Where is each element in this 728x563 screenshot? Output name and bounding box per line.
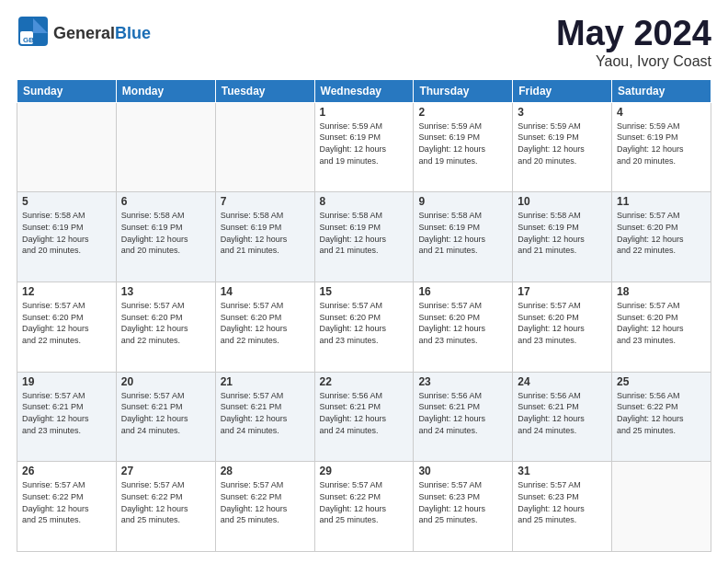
day-info: Sunrise: 5:58 AM Sunset: 6:19 PM Dayligh…	[22, 210, 111, 256]
day-info: Sunrise: 5:57 AM Sunset: 6:22 PM Dayligh…	[320, 479, 409, 525]
calendar-cell: 28Sunrise: 5:57 AM Sunset: 6:22 PM Dayli…	[215, 462, 314, 552]
calendar-cell	[17, 102, 117, 192]
title-area: May 2024 Yaou, Ivory Coast	[556, 15, 711, 70]
location-title: Yaou, Ivory Coast	[556, 53, 711, 70]
day-number: 7	[221, 195, 310, 208]
calendar-cell: 10Sunrise: 5:58 AM Sunset: 6:19 PM Dayli…	[513, 192, 612, 282]
day-info: Sunrise: 5:59 AM Sunset: 6:19 PM Dayligh…	[320, 121, 409, 167]
day-info: Sunrise: 5:58 AM Sunset: 6:19 PM Dayligh…	[320, 210, 409, 256]
day-number: 23	[418, 375, 507, 388]
calendar-cell: 5Sunrise: 5:58 AM Sunset: 6:19 PM Daylig…	[17, 192, 117, 282]
day-number: 29	[320, 465, 409, 477]
week-row-4: 19Sunrise: 5:57 AM Sunset: 6:21 PM Dayli…	[17, 372, 711, 462]
calendar-cell: 7Sunrise: 5:58 AM Sunset: 6:19 PM Daylig…	[215, 192, 314, 282]
day-number: 2	[418, 106, 507, 119]
header-sunday: Sunday	[17, 79, 117, 102]
week-row-2: 5Sunrise: 5:58 AM Sunset: 6:19 PM Daylig…	[17, 192, 711, 282]
header-tuesday: Tuesday	[215, 79, 314, 102]
day-number: 6	[121, 195, 210, 208]
day-number: 16	[418, 285, 507, 298]
day-info: Sunrise: 5:57 AM Sunset: 6:20 PM Dayligh…	[518, 300, 607, 346]
day-info: Sunrise: 5:57 AM Sunset: 6:22 PM Dayligh…	[221, 479, 310, 525]
header: GB GeneralBlue May 2024 Yaou, Ivory Coas…	[17, 15, 711, 70]
calendar-cell: 2Sunrise: 5:59 AM Sunset: 6:19 PM Daylig…	[414, 102, 513, 192]
day-info: Sunrise: 5:57 AM Sunset: 6:20 PM Dayligh…	[22, 300, 111, 346]
logo-blue: Blue	[115, 24, 151, 42]
calendar-cell: 27Sunrise: 5:57 AM Sunset: 6:22 PM Dayli…	[116, 462, 215, 552]
calendar-cell: 21Sunrise: 5:57 AM Sunset: 6:21 PM Dayli…	[215, 372, 314, 462]
calendar-cell: 14Sunrise: 5:57 AM Sunset: 6:20 PM Dayli…	[215, 282, 314, 373]
calendar-cell: 23Sunrise: 5:56 AM Sunset: 6:21 PM Dayli…	[414, 372, 513, 462]
day-number: 12	[22, 285, 111, 298]
calendar-cell: 20Sunrise: 5:57 AM Sunset: 6:21 PM Dayli…	[116, 372, 215, 462]
day-info: Sunrise: 5:59 AM Sunset: 6:19 PM Dayligh…	[418, 121, 507, 167]
day-number: 4	[617, 106, 706, 119]
day-info: Sunrise: 5:57 AM Sunset: 6:20 PM Dayligh…	[617, 300, 706, 346]
day-number: 11	[617, 195, 706, 208]
day-number: 24	[518, 375, 607, 388]
day-number: 3	[518, 106, 607, 119]
logo-text: GeneralBlue	[53, 24, 151, 43]
calendar-cell: 31Sunrise: 5:57 AM Sunset: 6:23 PM Dayli…	[513, 462, 612, 552]
day-info: Sunrise: 5:57 AM Sunset: 6:20 PM Dayligh…	[418, 300, 507, 346]
day-info: Sunrise: 5:59 AM Sunset: 6:19 PM Dayligh…	[518, 121, 607, 167]
day-info: Sunrise: 5:57 AM Sunset: 6:21 PM Dayligh…	[22, 390, 111, 436]
calendar-cell: 11Sunrise: 5:57 AM Sunset: 6:20 PM Dayli…	[612, 192, 711, 282]
calendar-cell: 4Sunrise: 5:59 AM Sunset: 6:19 PM Daylig…	[612, 102, 711, 192]
calendar-cell: 16Sunrise: 5:57 AM Sunset: 6:20 PM Dayli…	[414, 282, 513, 373]
day-number: 31	[518, 465, 607, 477]
calendar-cell: 15Sunrise: 5:57 AM Sunset: 6:20 PM Dayli…	[314, 282, 414, 373]
day-number: 25	[617, 375, 706, 388]
calendar-cell	[116, 102, 215, 192]
day-number: 14	[221, 285, 310, 298]
day-info: Sunrise: 5:57 AM Sunset: 6:20 PM Dayligh…	[320, 300, 409, 346]
day-info: Sunrise: 5:57 AM Sunset: 6:23 PM Dayligh…	[418, 479, 507, 525]
day-number: 27	[121, 465, 210, 477]
day-number: 9	[418, 195, 507, 208]
calendar-cell: 1Sunrise: 5:59 AM Sunset: 6:19 PM Daylig…	[314, 102, 414, 192]
day-number: 17	[518, 285, 607, 298]
day-number: 8	[320, 195, 409, 208]
day-number: 10	[518, 195, 607, 208]
calendar-cell: 13Sunrise: 5:57 AM Sunset: 6:20 PM Dayli…	[116, 282, 215, 373]
day-info: Sunrise: 5:56 AM Sunset: 6:22 PM Dayligh…	[617, 390, 706, 436]
day-info: Sunrise: 5:56 AM Sunset: 6:21 PM Dayligh…	[320, 390, 409, 436]
day-info: Sunrise: 5:56 AM Sunset: 6:21 PM Dayligh…	[518, 390, 607, 436]
header-monday: Monday	[116, 79, 215, 102]
calendar-cell: 26Sunrise: 5:57 AM Sunset: 6:22 PM Dayli…	[17, 462, 117, 552]
calendar-table: Sunday Monday Tuesday Wednesday Thursday…	[17, 79, 711, 552]
page: GB GeneralBlue May 2024 Yaou, Ivory Coas…	[0, 0, 728, 563]
week-row-1: 1Sunrise: 5:59 AM Sunset: 6:19 PM Daylig…	[17, 102, 711, 192]
day-number: 5	[22, 195, 111, 208]
day-number: 1	[320, 106, 409, 119]
calendar-cell: 18Sunrise: 5:57 AM Sunset: 6:20 PM Dayli…	[612, 282, 711, 373]
day-info: Sunrise: 5:57 AM Sunset: 6:20 PM Dayligh…	[121, 300, 210, 346]
calendar-cell: 9Sunrise: 5:58 AM Sunset: 6:19 PM Daylig…	[414, 192, 513, 282]
header-saturday: Saturday	[612, 79, 711, 102]
calendar-cell: 6Sunrise: 5:58 AM Sunset: 6:19 PM Daylig…	[116, 192, 215, 282]
day-info: Sunrise: 5:57 AM Sunset: 6:21 PM Dayligh…	[121, 390, 210, 436]
calendar-cell: 17Sunrise: 5:57 AM Sunset: 6:20 PM Dayli…	[513, 282, 612, 373]
day-info: Sunrise: 5:58 AM Sunset: 6:19 PM Dayligh…	[418, 210, 507, 256]
week-row-3: 12Sunrise: 5:57 AM Sunset: 6:20 PM Dayli…	[17, 282, 711, 373]
calendar-cell: 24Sunrise: 5:56 AM Sunset: 6:21 PM Dayli…	[513, 372, 612, 462]
day-number: 26	[22, 465, 111, 477]
month-title: May 2024	[556, 15, 711, 53]
day-info: Sunrise: 5:57 AM Sunset: 6:23 PM Dayligh…	[518, 479, 607, 525]
day-number: 15	[320, 285, 409, 298]
calendar-cell: 8Sunrise: 5:58 AM Sunset: 6:19 PM Daylig…	[314, 192, 414, 282]
day-info: Sunrise: 5:58 AM Sunset: 6:19 PM Dayligh…	[221, 210, 310, 256]
day-number: 28	[221, 465, 310, 477]
day-number: 18	[617, 285, 706, 298]
calendar-cell	[612, 462, 711, 552]
day-number: 20	[121, 375, 210, 388]
week-row-5: 26Sunrise: 5:57 AM Sunset: 6:22 PM Dayli…	[17, 462, 711, 552]
day-info: Sunrise: 5:57 AM Sunset: 6:22 PM Dayligh…	[121, 479, 210, 525]
logo: GB GeneralBlue	[17, 15, 151, 52]
calendar-cell: 25Sunrise: 5:56 AM Sunset: 6:22 PM Dayli…	[612, 372, 711, 462]
logo-general: General	[53, 24, 115, 42]
calendar-cell: 22Sunrise: 5:56 AM Sunset: 6:21 PM Dayli…	[314, 372, 414, 462]
calendar-cell: 3Sunrise: 5:59 AM Sunset: 6:19 PM Daylig…	[513, 102, 612, 192]
day-number: 19	[22, 375, 111, 388]
day-info: Sunrise: 5:57 AM Sunset: 6:21 PM Dayligh…	[221, 390, 310, 436]
